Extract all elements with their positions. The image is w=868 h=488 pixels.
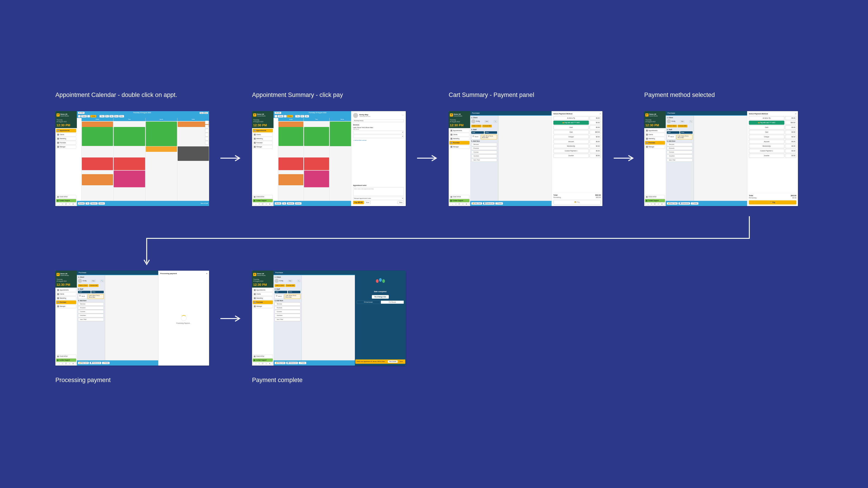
add-vouchers[interactable]: ◦ Vouchers xyxy=(471,154,497,158)
add-item[interactable]: ◦ Item / Part xyxy=(78,318,104,321)
payment-method[interactable]: Card xyxy=(553,130,589,134)
nav-clients[interactable]: Clients xyxy=(450,133,469,136)
nav-purchase[interactable]: Purchase xyxy=(56,141,76,144)
professional[interactable]: 👤 Professional xyxy=(678,202,690,205)
appointment[interactable] xyxy=(82,158,113,170)
add-products[interactable]: ◦ Products xyxy=(275,306,301,310)
appointment[interactable] xyxy=(114,170,145,187)
contact-support[interactable]: Contact Support xyxy=(645,199,665,202)
payment-method[interactable]: Account xyxy=(749,140,784,144)
payment-method[interactable]: Membership xyxy=(553,144,589,148)
service-select[interactable]: ▾ xyxy=(353,131,404,134)
panel-close-icon[interactable]: ⋯ xyxy=(402,114,404,117)
nav-appointments[interactable]: Appointments xyxy=(56,288,76,292)
see-all-staff[interactable]: See all Staff xyxy=(201,203,208,204)
nav-appointments[interactable]: Appointments xyxy=(253,129,273,132)
nav-marketing[interactable]: Marketing xyxy=(645,137,665,140)
staff-filter[interactable]: All Staff xyxy=(78,112,85,114)
add-item[interactable]: ◦ Item / Part xyxy=(667,158,692,162)
add-courses[interactable]: ◦ Courses xyxy=(471,151,497,154)
nav-marketing[interactable]: Marketing xyxy=(56,296,76,300)
add-courses[interactable]: ◦ Courses xyxy=(667,151,692,154)
tool-icon[interactable] xyxy=(205,121,209,124)
payment-method[interactable]: Cash xyxy=(553,125,589,129)
tool-icon[interactable] xyxy=(205,137,209,140)
add-vouchers[interactable]: ◦ Vouchers xyxy=(78,314,104,317)
payment-amount[interactable]: $0.00 xyxy=(785,125,796,129)
add-products[interactable]: ◦ Products xyxy=(78,306,104,310)
petty-cash[interactable]: 💰 Petty Cash xyxy=(78,362,89,364)
add-products[interactable]: ◦ Products xyxy=(667,147,692,150)
payment-method[interactable]: Custom Payment 1 xyxy=(553,149,589,153)
nav-purchase[interactable]: Purchase xyxy=(253,300,273,304)
clock-in-out[interactable]: Clock In/Out xyxy=(56,355,76,358)
add-item[interactable]: ◦ Item / Part xyxy=(471,158,497,162)
appointment[interactable] xyxy=(82,122,113,127)
payment-amount[interactable]: $0.00 xyxy=(590,135,601,139)
forecast-chip[interactable]: Forecast $60 xyxy=(89,284,98,287)
payment-method[interactable]: 💳 Pay with card **** 4457 xyxy=(749,121,784,125)
cart-line-item[interactable]: Lash, Brow Tint & Brow Wax xyxy=(88,294,104,299)
search-icon[interactable]: 🔍 xyxy=(689,120,692,123)
payment-amount[interactable]: $0.00 xyxy=(785,130,796,134)
add-services[interactable]: ◦ Services xyxy=(78,302,104,306)
payment-amount[interactable]: $0.00 xyxy=(785,149,796,153)
clock-in-out[interactable]: Clock In/Out xyxy=(56,195,76,199)
nav-appointments[interactable]: Appointments xyxy=(645,129,665,132)
tool-icon[interactable] xyxy=(205,129,209,132)
print-receipt[interactable]: Print Receipt xyxy=(381,300,404,304)
contact-support[interactable]: Contact Support xyxy=(253,199,273,202)
payment-method[interactable]: Custom Payment 1 xyxy=(749,149,784,153)
contact-support[interactable]: Contact Support xyxy=(56,359,76,362)
appointment[interactable] xyxy=(178,147,209,161)
nav-clients[interactable]: Clients xyxy=(645,133,665,136)
add-vouchers[interactable]: ◦ Vouchers xyxy=(667,154,692,158)
appointment[interactable] xyxy=(114,158,145,170)
tag-invoice[interactable]: Invoice xyxy=(98,202,105,205)
payment-method[interactable]: Cash xyxy=(749,125,784,129)
petty-cash[interactable]: 💰 Petty Cash xyxy=(667,202,678,205)
payment-method[interactable]: ⊕ Add a Tip xyxy=(553,116,589,120)
add-services[interactable]: ◦ Services xyxy=(667,143,692,146)
cart-line-item[interactable]: Lash, Brow Tint & Brow Wax xyxy=(677,135,692,139)
notes[interactable]: 📝 Notes xyxy=(299,362,306,364)
payment-amount[interactable]: $0.00 xyxy=(785,116,796,120)
add-courses[interactable]: ◦ Courses xyxy=(78,310,104,313)
nav-manager[interactable]: Manager xyxy=(450,145,469,149)
payment-amount[interactable]: $0.00 xyxy=(785,144,796,148)
add-products[interactable]: ◦ Products xyxy=(471,147,497,150)
add-another-service[interactable]: + Add another service xyxy=(353,140,404,141)
nav-appointments[interactable]: Appointments xyxy=(450,129,469,132)
nav-clients[interactable]: Clients xyxy=(56,292,76,296)
nav-today[interactable]: Today xyxy=(90,115,96,118)
forecast-chip[interactable]: Forecast $60 xyxy=(482,125,492,127)
nav-marketing[interactable]: Marketing xyxy=(253,137,273,140)
tool-icon[interactable] xyxy=(205,125,209,128)
payment-amount[interactable]: $60.00 xyxy=(785,121,796,125)
cart-line-item[interactable]: Lash, Brow Tint & Brow Wax xyxy=(284,294,301,299)
payment-amount[interactable]: $0.00 xyxy=(590,121,601,125)
staff-select[interactable]: Jacob xyxy=(471,135,480,139)
notes[interactable]: 📝 Notes xyxy=(691,202,699,205)
contact-support[interactable]: Contact Support xyxy=(450,199,469,202)
nav-purchase[interactable]: Purchase xyxy=(645,141,665,144)
nav-week[interactable]: Week xyxy=(81,115,87,118)
payment-method[interactable]: Card xyxy=(749,130,784,134)
new-client[interactable]: New xyxy=(288,280,292,282)
clock-in-out[interactable]: Clock In/Out xyxy=(253,355,273,358)
forecast-chip[interactable]: Forecast $60 xyxy=(285,284,295,287)
nav-purchase[interactable]: Purchase xyxy=(56,300,76,304)
payment-method[interactable]: Voucher xyxy=(749,154,784,158)
nav-clients[interactable]: Clients xyxy=(56,133,76,136)
appointment[interactable] xyxy=(146,147,177,152)
payment-method[interactable]: Account xyxy=(553,140,589,144)
gear-icon[interactable]: ⚙ xyxy=(70,203,76,205)
add-item[interactable]: ◦ Item / Part xyxy=(275,318,301,321)
nav-marketing[interactable]: Marketing xyxy=(56,137,76,140)
save-button[interactable]: Save xyxy=(398,201,404,204)
payment-amount[interactable]: $0.00 xyxy=(590,144,601,148)
nav-manager[interactable]: Manager xyxy=(253,145,273,149)
professional[interactable]: 👤 Professional xyxy=(483,202,495,205)
home-icon[interactable]: ⌂ xyxy=(56,203,62,205)
notes[interactable]: 📝 Notes xyxy=(102,362,110,364)
